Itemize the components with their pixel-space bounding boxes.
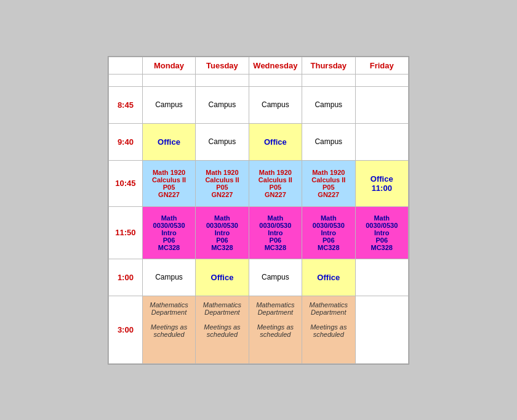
header-tuesday: Tuesday xyxy=(196,57,249,74)
cell-thu-100: Office xyxy=(302,259,355,296)
row-300: 3:00 Mathematics DepartmentMeetings as s… xyxy=(109,296,409,363)
cell-wed-1150: Math0030/0530IntroP06MC328 xyxy=(249,206,302,259)
cell-thu-1150: Math0030/0530IntroP06MC328 xyxy=(302,206,355,259)
cell-fri-940 xyxy=(355,123,409,160)
cell-fri-1045: Office11:00 xyxy=(355,160,409,206)
time-1045: 10:45 xyxy=(109,160,143,206)
header-friday: Friday xyxy=(355,57,409,74)
cell-tue-1150: Math0030/0530IntroP06MC328 xyxy=(196,206,249,259)
cell-mon-300: Mathematics DepartmentMeetings as schedu… xyxy=(142,296,195,363)
cell-empty xyxy=(142,74,195,86)
header-wednesday: Wednesday xyxy=(249,57,302,74)
time-940: 9:40 xyxy=(109,123,143,160)
time-100: 1:00 xyxy=(109,259,143,296)
time-empty xyxy=(109,74,143,86)
empty-row xyxy=(109,74,409,86)
cell-mon-845: Campus xyxy=(142,86,195,123)
row-940: 9:40 Office Campus Office Campus xyxy=(109,123,409,160)
row-845: 8:45 Campus Campus Campus Campus xyxy=(109,86,409,123)
row-100: 1:00 Campus Office Campus Office xyxy=(109,259,409,296)
cell-fri-100 xyxy=(355,259,409,296)
cell-tue-845: Campus xyxy=(196,86,249,123)
cell-tue-300: Mathematics DepartmentMeetings as schedu… xyxy=(196,296,249,363)
time-845: 8:45 xyxy=(109,86,143,123)
cell-empty xyxy=(302,74,355,86)
cell-empty xyxy=(355,74,409,86)
cell-mon-1045: Math 1920Calculus IIP05GN227 xyxy=(142,160,195,206)
cell-thu-300: Mathematics DepartmentMeetings as schedu… xyxy=(302,296,355,363)
row-1045: 10:45 Math 1920Calculus IIP05GN227 Math … xyxy=(109,160,409,206)
header-thursday: Thursday xyxy=(302,57,355,74)
cell-thu-940: Campus xyxy=(302,123,355,160)
cell-fri-845 xyxy=(355,86,409,123)
cell-fri-1150: Math0030/0530IntroP06MC328 xyxy=(355,206,409,259)
corner-cell xyxy=(109,57,143,74)
cell-empty xyxy=(249,74,302,86)
cell-wed-300: Mathematics DepartmentMeetings as schedu… xyxy=(249,296,302,363)
time-1150: 11:50 xyxy=(109,206,143,259)
cell-mon-1150: Math0030/0530IntroP06MC328 xyxy=(142,206,195,259)
header-monday: Monday xyxy=(142,57,195,74)
schedule-container: Monday Tuesday Wednesday Thursday Friday… xyxy=(108,56,409,365)
cell-wed-940: Office xyxy=(249,123,302,160)
cell-fri-300 xyxy=(355,296,409,363)
cell-mon-100: Campus xyxy=(142,259,195,296)
row-1150: 11:50 Math0030/0530IntroP06MC328 Math003… xyxy=(109,206,409,259)
cell-empty xyxy=(196,74,249,86)
cell-wed-845: Campus xyxy=(249,86,302,123)
cell-thu-1045: Math 1920Calculus IIP05GN227 xyxy=(302,160,355,206)
cell-mon-940: Office xyxy=(142,123,195,160)
cell-thu-845: Campus xyxy=(302,86,355,123)
cell-tue-940: Campus xyxy=(196,123,249,160)
cell-tue-100: Office xyxy=(196,259,249,296)
time-300: 3:00 xyxy=(109,296,143,363)
cell-wed-1045: Math 1920Calculus IIP05GN227 xyxy=(249,160,302,206)
cell-tue-1045: Math 1920Calculus IIP05GN227 xyxy=(196,160,249,206)
cell-wed-100: Campus xyxy=(249,259,302,296)
